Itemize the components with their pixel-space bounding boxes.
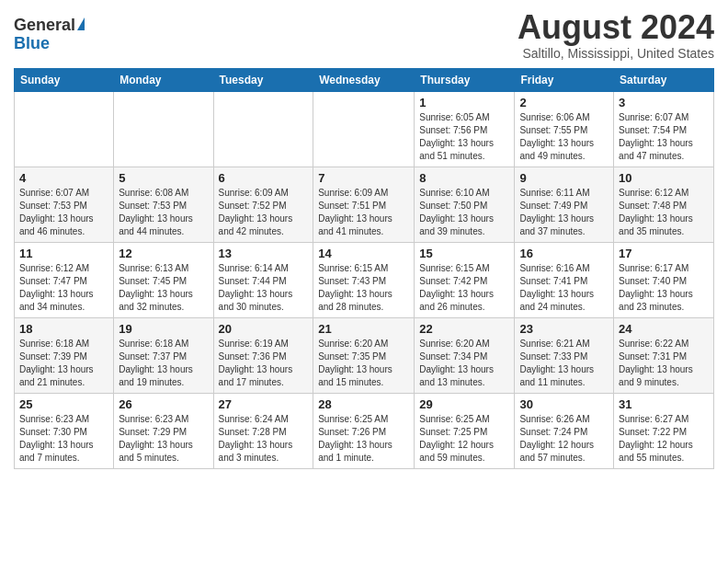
day-number: 11 <box>19 247 108 260</box>
calendar-cell: 4Sunrise: 6:07 AMSunset: 7:53 PMDaylight… <box>15 167 114 242</box>
logo-blue-text: Blue <box>14 34 50 52</box>
calendar-cell: 2Sunrise: 6:06 AMSunset: 7:55 PMDaylight… <box>515 91 614 167</box>
day-info: Sunrise: 6:24 AMSunset: 7:28 PMDaylight:… <box>219 413 309 465</box>
day-info: Sunrise: 6:07 AMSunset: 7:54 PMDaylight:… <box>619 111 709 163</box>
day-info: Sunrise: 6:27 AMSunset: 7:22 PMDaylight:… <box>619 413 709 465</box>
day-info: Sunrise: 6:26 AMSunset: 7:24 PMDaylight:… <box>519 413 609 465</box>
day-number: 25 <box>19 397 108 411</box>
day-info: Sunrise: 6:05 AMSunset: 7:56 PMDaylight:… <box>419 111 509 163</box>
day-info: Sunrise: 6:25 AMSunset: 7:25 PMDaylight:… <box>419 413 509 465</box>
calendar-cell: 10Sunrise: 6:12 AMSunset: 7:48 PMDayligh… <box>614 167 714 242</box>
calendar-cell: 17Sunrise: 6:17 AMSunset: 7:40 PMDayligh… <box>614 242 714 317</box>
day-info: Sunrise: 6:12 AMSunset: 7:47 PMDaylight:… <box>19 262 108 314</box>
calendar-cell: 31Sunrise: 6:27 AMSunset: 7:22 PMDayligh… <box>614 393 714 468</box>
day-number: 7 <box>318 171 409 185</box>
calendar-cell: 7Sunrise: 6:09 AMSunset: 7:51 PMDaylight… <box>313 167 415 242</box>
calendar-cell: 27Sunrise: 6:24 AMSunset: 7:28 PMDayligh… <box>213 393 313 468</box>
calendar-cell <box>213 91 313 167</box>
day-number: 18 <box>19 322 108 336</box>
day-of-week-header: Friday <box>515 68 614 91</box>
calendar-week-row: 1Sunrise: 6:05 AMSunset: 7:56 PMDaylight… <box>15 91 714 167</box>
day-info: Sunrise: 6:17 AMSunset: 7:40 PMDaylight:… <box>619 262 709 314</box>
day-info: Sunrise: 6:09 AMSunset: 7:51 PMDaylight:… <box>318 187 409 238</box>
calendar-cell: 8Sunrise: 6:10 AMSunset: 7:50 PMDaylight… <box>415 167 515 242</box>
calendar-cell: 13Sunrise: 6:14 AMSunset: 7:44 PMDayligh… <box>213 242 313 317</box>
day-info: Sunrise: 6:25 AMSunset: 7:26 PMDaylight:… <box>318 413 409 465</box>
calendar-cell: 30Sunrise: 6:26 AMSunset: 7:24 PMDayligh… <box>515 393 614 468</box>
title-area: August 2024 Saltillo, Mississippi, Unite… <box>518 9 714 61</box>
day-info: Sunrise: 6:20 AMSunset: 7:35 PMDaylight:… <box>318 338 409 389</box>
month-title: August 2024 <box>518 9 714 46</box>
calendar-week-row: 18Sunrise: 6:18 AMSunset: 7:39 PMDayligh… <box>15 317 714 393</box>
day-number: 17 <box>619 247 709 260</box>
day-info: Sunrise: 6:20 AMSunset: 7:34 PMDaylight:… <box>419 338 509 389</box>
calendar-week-row: 11Sunrise: 6:12 AMSunset: 7:47 PMDayligh… <box>15 242 714 317</box>
day-info: Sunrise: 6:19 AMSunset: 7:36 PMDaylight:… <box>219 338 309 389</box>
calendar-cell: 20Sunrise: 6:19 AMSunset: 7:36 PMDayligh… <box>213 317 313 393</box>
day-info: Sunrise: 6:22 AMSunset: 7:31 PMDaylight:… <box>619 338 709 389</box>
day-number: 8 <box>419 171 509 185</box>
calendar-cell <box>114 91 213 167</box>
day-number: 2 <box>519 96 609 109</box>
day-number: 23 <box>519 322 609 336</box>
calendar-cell: 28Sunrise: 6:25 AMSunset: 7:26 PMDayligh… <box>313 393 415 468</box>
day-number: 5 <box>119 171 208 185</box>
calendar-cell: 19Sunrise: 6:18 AMSunset: 7:37 PMDayligh… <box>114 317 213 393</box>
day-number: 14 <box>318 247 409 260</box>
calendar-cell: 23Sunrise: 6:21 AMSunset: 7:33 PMDayligh… <box>515 317 614 393</box>
day-info: Sunrise: 6:11 AMSunset: 7:49 PMDaylight:… <box>519 187 609 238</box>
day-number: 15 <box>419 247 509 260</box>
day-number: 16 <box>519 247 609 260</box>
calendar-header-row: SundayMondayTuesdayWednesdayThursdayFrid… <box>15 68 714 91</box>
calendar-cell: 16Sunrise: 6:16 AMSunset: 7:41 PMDayligh… <box>515 242 614 317</box>
day-number: 21 <box>318 322 409 336</box>
day-of-week-header: Thursday <box>415 68 515 91</box>
day-number: 26 <box>119 397 208 411</box>
calendar-cell: 3Sunrise: 6:07 AMSunset: 7:54 PMDaylight… <box>614 91 714 167</box>
day-info: Sunrise: 6:07 AMSunset: 7:53 PMDaylight:… <box>19 187 108 238</box>
day-of-week-header: Sunday <box>15 68 114 91</box>
calendar-cell: 12Sunrise: 6:13 AMSunset: 7:45 PMDayligh… <box>114 242 213 317</box>
logo: General Blue <box>14 17 85 53</box>
day-number: 6 <box>219 171 309 185</box>
day-info: Sunrise: 6:09 AMSunset: 7:52 PMDaylight:… <box>219 187 309 238</box>
calendar-cell: 14Sunrise: 6:15 AMSunset: 7:43 PMDayligh… <box>313 242 415 317</box>
calendar-cell: 15Sunrise: 6:15 AMSunset: 7:42 PMDayligh… <box>415 242 515 317</box>
day-number: 4 <box>19 171 108 185</box>
calendar-cell: 5Sunrise: 6:08 AMSunset: 7:53 PMDaylight… <box>114 167 213 242</box>
day-number: 19 <box>119 322 208 336</box>
day-info: Sunrise: 6:18 AMSunset: 7:37 PMDaylight:… <box>119 338 208 389</box>
day-of-week-header: Monday <box>114 68 213 91</box>
day-number: 22 <box>419 322 509 336</box>
day-number: 1 <box>419 96 509 109</box>
day-number: 29 <box>419 397 509 411</box>
day-number: 24 <box>619 322 709 336</box>
logo-general-text: General <box>14 17 75 35</box>
calendar-cell: 25Sunrise: 6:23 AMSunset: 7:30 PMDayligh… <box>15 393 114 468</box>
calendar-cell: 22Sunrise: 6:20 AMSunset: 7:34 PMDayligh… <box>415 317 515 393</box>
day-number: 30 <box>519 397 609 411</box>
day-number: 31 <box>619 397 709 411</box>
calendar-cell <box>313 91 415 167</box>
day-info: Sunrise: 6:16 AMSunset: 7:41 PMDaylight:… <box>519 262 609 314</box>
day-info: Sunrise: 6:10 AMSunset: 7:50 PMDaylight:… <box>419 187 509 238</box>
calendar-cell: 26Sunrise: 6:23 AMSunset: 7:29 PMDayligh… <box>114 393 213 468</box>
day-info: Sunrise: 6:23 AMSunset: 7:30 PMDaylight:… <box>19 413 108 465</box>
day-info: Sunrise: 6:23 AMSunset: 7:29 PMDaylight:… <box>119 413 208 465</box>
day-info: Sunrise: 6:14 AMSunset: 7:44 PMDaylight:… <box>219 262 309 314</box>
day-number: 10 <box>619 171 709 185</box>
calendar-cell: 21Sunrise: 6:20 AMSunset: 7:35 PMDayligh… <box>313 317 415 393</box>
day-info: Sunrise: 6:18 AMSunset: 7:39 PMDaylight:… <box>19 338 108 389</box>
calendar-cell: 18Sunrise: 6:18 AMSunset: 7:39 PMDayligh… <box>15 317 114 393</box>
day-number: 3 <box>619 96 709 109</box>
day-number: 28 <box>318 397 409 411</box>
day-number: 27 <box>219 397 309 411</box>
calendar-cell: 1Sunrise: 6:05 AMSunset: 7:56 PMDaylight… <box>415 91 515 167</box>
day-number: 20 <box>219 322 309 336</box>
calendar-cell: 11Sunrise: 6:12 AMSunset: 7:47 PMDayligh… <box>15 242 114 317</box>
calendar-cell: 29Sunrise: 6:25 AMSunset: 7:25 PMDayligh… <box>415 393 515 468</box>
calendar-week-row: 25Sunrise: 6:23 AMSunset: 7:30 PMDayligh… <box>15 393 714 468</box>
day-info: Sunrise: 6:12 AMSunset: 7:48 PMDaylight:… <box>619 187 709 238</box>
day-number: 9 <box>519 171 609 185</box>
day-of-week-header: Saturday <box>614 68 714 91</box>
